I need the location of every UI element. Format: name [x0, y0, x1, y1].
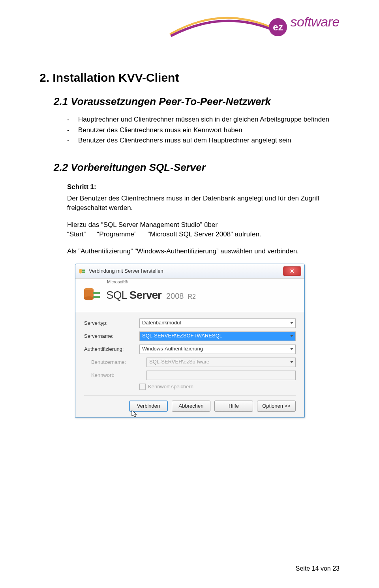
- label-auth: Authentifizierung:: [84, 346, 139, 352]
- heading-2-1: 2.1 Voraussetzungen Peer-To-Peer-Netzwer…: [54, 96, 340, 108]
- brand-sqlserver: SQL Server: [106, 289, 161, 301]
- sql-server-icon: [83, 286, 101, 305]
- checkbox-row-speichern: Kennwort speichern: [139, 384, 296, 390]
- label-speichern: Kennwort speichern: [148, 384, 193, 390]
- label-kennwort: Kennwort:: [84, 372, 146, 378]
- checkbox-speichern: [139, 384, 146, 390]
- input-kennwort: [146, 371, 296, 380]
- svg-point-4: [84, 296, 94, 300]
- svg-rect-0: [79, 269, 82, 273]
- optionen-button[interactable]: Optionen >>: [257, 401, 296, 412]
- requirements-list: Hauptrechner und Clientrechner müssen si…: [67, 115, 340, 146]
- brand-microsoft: Microsoft®: [107, 279, 128, 284]
- close-icon: ✕: [290, 268, 295, 274]
- combo-servertyp[interactable]: Datenbankmodul: [139, 318, 296, 328]
- step-instruction-line2: “Start” “Programme” “Microsoft SQL Serve…: [67, 230, 340, 240]
- logo-ez-icon: ez: [269, 18, 287, 36]
- heading-2-2: 2.2 Vorbereitungen SQL-Server: [54, 161, 340, 174]
- dialog-title-text: Verbindung mit Server herstellen: [89, 268, 283, 274]
- list-item: Benutzer des Clientrechners muss ein Ken…: [67, 125, 340, 135]
- label-servertyp: Servertyp:: [84, 320, 139, 326]
- brand-year: 2008: [166, 292, 184, 301]
- svg-rect-2: [82, 272, 85, 273]
- step-auth-note: Als ”Authentifizierung” ”Windows-Authent…: [67, 247, 340, 257]
- logo: ez software: [178, 11, 340, 32]
- svg-rect-5: [93, 292, 100, 294]
- brand-r2: R2: [188, 293, 195, 300]
- logo-swoosh: [178, 11, 269, 35]
- abbrechen-button[interactable]: Abbrechen: [172, 401, 210, 412]
- hilfe-button[interactable]: Hilfe: [214, 401, 253, 412]
- dialog-banner: Microsoft® SQL Server 2008 R2: [75, 279, 304, 312]
- close-button[interactable]: ✕: [283, 266, 301, 276]
- dialog-separator: [84, 395, 296, 396]
- step-title: Schritt 1:: [67, 182, 340, 192]
- label-servername: Servername:: [84, 333, 139, 339]
- heading-1: 2. Installation KVV-Client: [39, 71, 340, 84]
- combo-auth[interactable]: Windows-Authentifizierung: [139, 345, 296, 354]
- page-footer: Seite 14 von 23: [296, 565, 340, 572]
- svg-rect-1: [82, 270, 85, 271]
- list-item: Benutzer des Clientrechners muss auf dem…: [67, 136, 340, 146]
- combo-benutzer: SQL-SERVER\ezSoftware: [146, 358, 296, 367]
- step-description: Der Benutzer des Clientrechners muss in …: [67, 194, 340, 213]
- svg-rect-6: [93, 296, 100, 298]
- dialog-app-icon: [79, 268, 86, 275]
- list-item: Hauptrechner und Clientrechner müssen si…: [67, 115, 340, 125]
- dialog-titlebar: Verbindung mit Server herstellen ✕: [75, 264, 304, 279]
- step-instruction-line1: Hierzu das “SQL Server Management Studio…: [67, 220, 340, 230]
- logo-software-text: software: [291, 14, 340, 29]
- dialog-form: Servertyp: Datenbankmodul Servername: SQ…: [75, 312, 304, 417]
- sql-connect-dialog: Verbindung mit Server herstellen ✕: [75, 264, 305, 418]
- cursor-icon: [131, 413, 138, 419]
- label-benutzer: Benutzername:: [84, 359, 146, 365]
- combo-servername[interactable]: SQL-SERVER\EZSOFTWARESQL: [139, 331, 296, 341]
